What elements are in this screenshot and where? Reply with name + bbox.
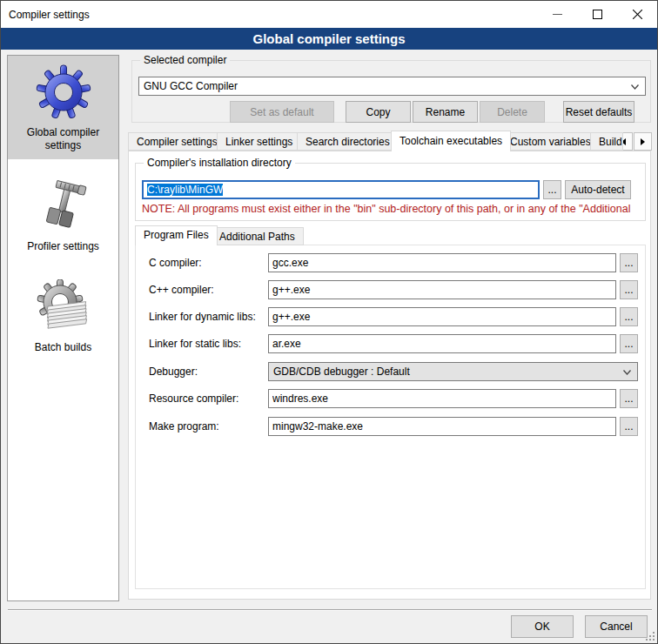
copy-button[interactable]: Copy [346,101,411,123]
chevron-down-icon [623,370,631,375]
resource-compiler-browse-button[interactable]: ... [620,389,638,408]
window-title: Compiler settings [1,9,90,21]
tab-compiler-settings[interactable]: Compiler settings [128,132,226,151]
maximize-button[interactable] [577,1,617,28]
static-linker-input[interactable] [268,334,616,353]
cancel-button[interactable]: Cancel [585,615,648,638]
sidebar-item-batch-builds[interactable]: Batch builds [8,271,118,361]
compiler-actions-row: Set as default Copy Rename Delete Reset … [138,101,646,123]
install-dir-browse-button[interactable]: ... [543,180,561,199]
dynamic-linker-input[interactable] [268,307,616,326]
sidebar-item-label: Profiler settings [27,240,99,253]
caliper-icon [36,178,91,234]
chevron-right-icon [641,138,645,145]
selected-compiler-group: Selected compiler GNU GCC Compiler Set a… [131,60,651,123]
delete-button[interactable]: Delete [480,101,545,123]
resize-grip[interactable] [646,632,655,641]
sidebar-item-global-compiler-settings[interactable]: Global compiler settings [8,56,118,159]
sidebar-spacer [8,260,118,271]
auto-detect-button[interactable]: Auto-detect [565,180,631,199]
close-icon [633,10,642,19]
static-linker-browse-button[interactable]: ... [620,334,638,353]
c-compiler-label: C compiler: [149,253,202,272]
program-files-tabstrip: Program Files Additional Paths [135,225,646,245]
subtab-program-files[interactable]: Program Files [135,225,218,245]
static-linker-label: Linker for static libs: [149,334,241,353]
debugger-value: GDB/CDB debugger : Default [273,366,410,378]
titlebar[interactable]: Compiler settings [1,1,657,28]
minimize-icon [553,10,562,19]
maximize-icon [593,10,602,19]
sidebar-item-profiler-settings[interactable]: Profiler settings [8,170,118,260]
minimize-button[interactable] [537,1,577,28]
cpp-compiler-input[interactable] [268,280,616,299]
settings-category-list: Global compiler settings Profiler settin… [7,55,119,601]
chevron-down-icon [631,84,639,90]
debugger-dropdown[interactable]: GDB/CDB debugger : Default [268,362,638,381]
c-compiler-input[interactable] [268,253,616,272]
tab-scroll-right-button[interactable] [634,132,652,151]
install-dir-input[interactable]: C:\raylib\MinGW [142,180,540,199]
selected-compiler-dropdown[interactable]: GNU GCC Compiler [138,77,646,96]
c-compiler-browse-button[interactable]: ... [620,253,638,272]
debugger-label: Debugger: [149,362,198,381]
set-as-default-button[interactable]: Set as default [230,101,334,123]
sidebar-item-label: Batch builds [35,341,91,354]
group-legend: Compiler's installation directory [144,157,295,169]
tab-build-options[interactable]: Build [590,132,623,151]
install-dir-group: Compiler's installation directory C:\ray… [135,163,646,221]
tab-search-directories[interactable]: Search directories [297,132,399,151]
rename-button[interactable]: Rename [413,101,478,123]
bin-subdirectory-note: NOTE: All programs must exist either in … [142,203,642,215]
selected-compiler-value: GNU GCC Compiler [144,80,238,92]
cpp-compiler-label: C++ compiler: [149,280,214,299]
reset-defaults-button[interactable]: Reset defaults [563,101,634,123]
make-program-label: Make program: [149,417,219,436]
gray-gear-stack-icon [36,279,91,335]
blue-gear-icon [36,64,91,120]
sidebar-spacer [8,159,118,170]
page-title: Global compiler settings [1,28,657,50]
tab-linker-settings[interactable]: Linker settings [217,132,301,151]
install-dir-selected-text: C:\raylib\MinGW [147,184,223,196]
close-button[interactable] [617,1,657,28]
toolchain-executables-panel: Compiler's installation directory C:\ray… [128,151,651,600]
cpp-compiler-browse-button[interactable]: ... [620,280,638,299]
make-program-input[interactable] [268,417,616,436]
sidebar-item-label: Global compiler settings [10,126,117,152]
make-program-browse-button[interactable]: ... [620,417,638,436]
subtab-additional-paths[interactable]: Additional Paths [211,227,304,245]
dynamic-linker-label: Linker for dynamic libs: [149,307,256,326]
resource-compiler-input[interactable] [268,389,616,408]
program-files-page: C compiler: ... C++ compiler: ... Linker… [135,245,646,589]
dynamic-linker-browse-button[interactable]: ... [620,307,638,326]
caption-buttons [537,1,657,28]
group-legend: Selected compiler [140,54,230,66]
tab-toolchain-executables[interactable]: Toolchain executables [391,131,511,151]
tab-custom-variables[interactable]: Custom variables [501,132,600,151]
ok-button[interactable]: OK [511,615,574,638]
compiler-settings-dialog: Compiler settings Global compiler settin… [0,0,658,644]
resource-compiler-label: Resource compiler: [149,389,238,408]
footer-divider [8,609,652,611]
main-tabstrip: Compiler settings Linker settings Search… [128,131,652,151]
